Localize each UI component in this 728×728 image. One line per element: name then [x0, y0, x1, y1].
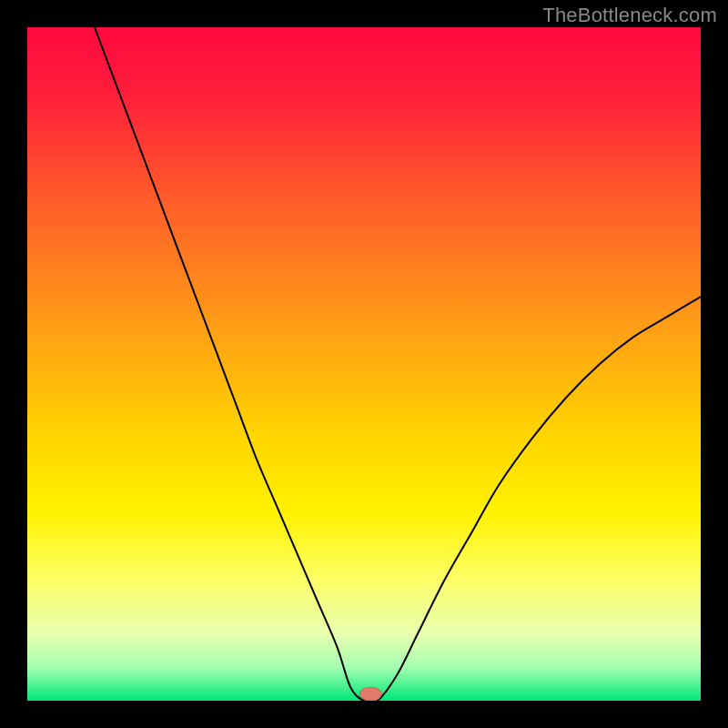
- chart-frame: TheBottleneck.com: [0, 0, 728, 728]
- plot-area: [27, 27, 701, 701]
- chart-svg: [27, 27, 701, 701]
- minimum-marker: [360, 687, 382, 701]
- watermark-text: TheBottleneck.com: [542, 4, 717, 27]
